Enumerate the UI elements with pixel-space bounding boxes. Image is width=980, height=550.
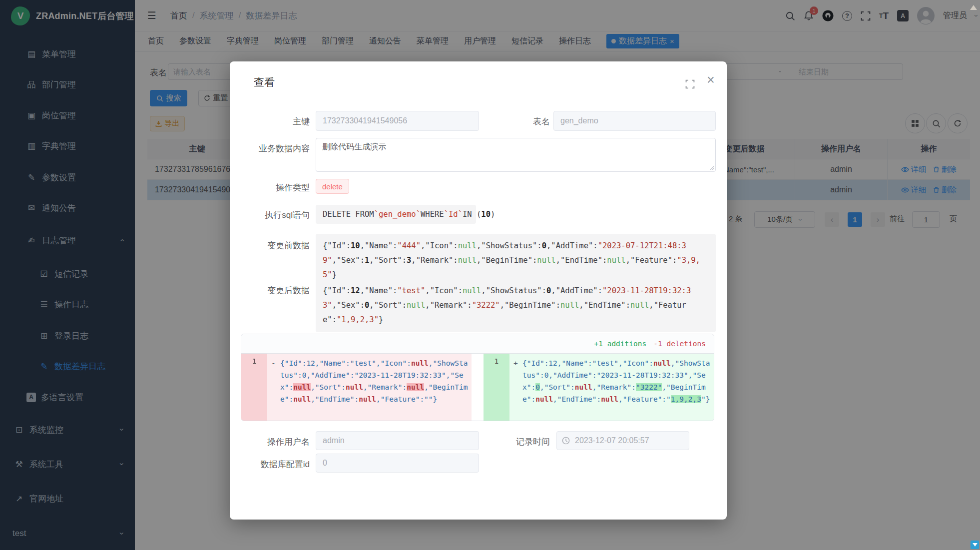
- diff-right-line-number: 1: [484, 354, 509, 421]
- business-content-label: 业务数据内容: [235, 143, 310, 154]
- record-time-label: 记录时间: [475, 436, 550, 448]
- op-user-label: 操作用户名: [235, 436, 310, 448]
- diff-divider: [472, 354, 484, 421]
- diff-left-code: {"Id":12,"Name":"test","Icon":null,"Show…: [280, 357, 469, 421]
- diff-left-line-number: 1: [241, 354, 267, 421]
- after-data-block: {"Id":12,"Name":"test","Icon":null,"Show…: [316, 279, 716, 332]
- record-time-input[interactable]: [556, 431, 689, 450]
- app-root: V ZRAdmin.NET后台管理 ▤ 菜单管理 品 部门管理 ▣ 岗位管理 ▥…: [0, 0, 980, 550]
- textarea-resize-handle[interactable]: [709, 165, 714, 170]
- diff-body: 1 - {"Id":12,"Name":"test","Icon":null,"…: [241, 354, 714, 421]
- diff-right-added: 1 + {"Id":12,"Name":"test","Icon":null,"…: [484, 354, 714, 421]
- pk-input[interactable]: [316, 111, 479, 131]
- db-config-id-label: 数据库配置id: [235, 459, 310, 470]
- db-config-id-input[interactable]: [316, 454, 479, 473]
- dialog-fullscreen-icon[interactable]: [685, 79, 695, 89]
- scrollbar-up-arrow[interactable]: [970, 5, 977, 10]
- before-data-label: 变更前数据: [235, 240, 310, 251]
- after-data-label: 变更后数据: [235, 285, 310, 296]
- record-time-field[interactable]: [556, 431, 689, 450]
- sql-label: 执行sql语句: [235, 209, 310, 221]
- diff-plus-sign: +: [513, 357, 522, 421]
- diff-left-deleted: 1 - {"Id":12,"Name":"test","Icon":null,"…: [241, 354, 472, 421]
- dialog-close-icon[interactable]: ×: [707, 73, 715, 87]
- business-content-textarea[interactable]: 删除代码生成演示: [316, 138, 716, 172]
- sql-statement: DELETE FROM `gen_demo` WHERE `Id` IN (10…: [316, 205, 476, 224]
- dialog-title: 查看: [254, 75, 275, 89]
- pk-label: 主键: [235, 116, 310, 127]
- diff-panel: +1 additions -1 deletions 1 - {"Id":12,"…: [241, 334, 714, 421]
- diff-right-code: {"Id":12,"Name":"test","Icon":null,"Show…: [522, 357, 711, 421]
- diff-summary: +1 additions -1 deletions: [241, 334, 714, 354]
- table-name-label: 表名: [475, 116, 550, 127]
- table-name-input[interactable]: [553, 111, 716, 131]
- diff-minus-sign: -: [271, 357, 280, 421]
- op-type-tag: delete: [316, 179, 349, 194]
- op-type-label: 操作类型: [235, 182, 310, 193]
- scrollbar-down-arr[interactable]: [971, 541, 979, 549]
- additions-count: +1 additions: [594, 340, 646, 348]
- view-dialog: 查看 × 主键 表名 业务数据内容 删除代码生成演示 操作类型 delete 执…: [230, 61, 727, 520]
- clock-icon: [562, 437, 570, 445]
- deletions-count: -1 deletions: [653, 340, 706, 348]
- op-user-input[interactable]: [316, 431, 479, 450]
